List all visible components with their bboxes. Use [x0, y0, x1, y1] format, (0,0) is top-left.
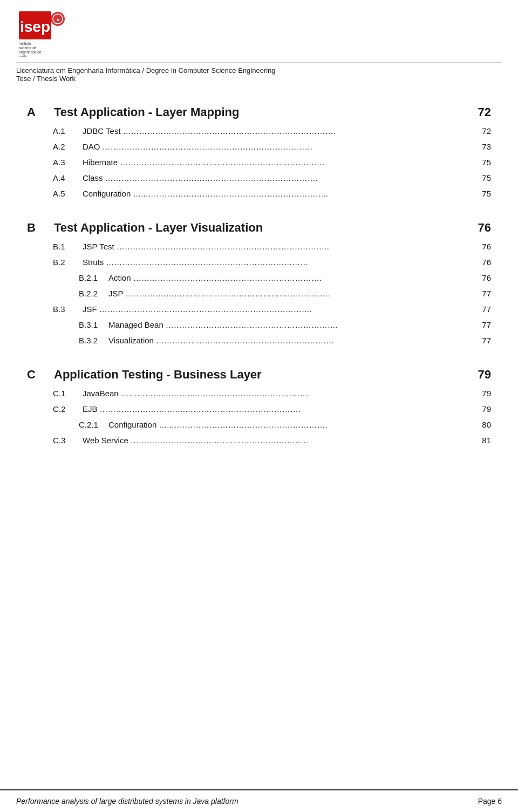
- entry-a1-dots: …………………………………………………………………….: [121, 125, 475, 138]
- entry-b3-num: B.3: [53, 303, 83, 316]
- toc-entry-b31: B.3.1 Managed Bean …………………………………………………………: [27, 319, 491, 331]
- entry-b21-num: B.2.1: [79, 272, 108, 285]
- entry-b32-title: Visualization: [108, 334, 154, 347]
- entry-b21-page: 76: [475, 272, 491, 285]
- toc-entry-a3: A.3 Hibernate ………………………………………………………………….…: [27, 156, 491, 169]
- entry-a5-num: A.5: [53, 187, 83, 200]
- header: isep ★ instituto superior de engenharia …: [0, 0, 518, 58]
- entry-a4-page: 75: [475, 172, 491, 185]
- section-b-page: 76: [464, 221, 491, 235]
- svg-text:superior de: superior de: [19, 46, 37, 50]
- entry-b32-dots: …………………………………………………………: [154, 334, 475, 347]
- entry-c21-title: Configuration: [108, 418, 156, 431]
- svg-text:instituto: instituto: [19, 42, 31, 45]
- entry-b31-dots: ……………………………………………………….: [163, 319, 475, 331]
- entry-c3-title: Web Service: [83, 434, 128, 447]
- section-a-title: Test Application - Layer Mapping: [54, 105, 464, 119]
- entry-c2-title: EJB: [83, 403, 98, 416]
- entry-b1-page: 76: [475, 240, 491, 253]
- section-c-letter: C: [27, 368, 54, 382]
- footer-page: Page 6: [478, 797, 502, 806]
- entry-c3-dots: …………………………………………………………: [128, 434, 475, 447]
- entry-b1-title: JSP Test: [83, 240, 114, 253]
- section-a-page: 72: [464, 105, 491, 119]
- entry-b21-dots: …………………………………………………………….: [131, 272, 475, 285]
- section-b-header: B Test Application - Layer Visualization…: [27, 221, 491, 235]
- institution-text: Licenciatura em Engenharia Informática /…: [0, 63, 518, 84]
- entry-b32-num: B.3.2: [79, 334, 108, 347]
- entry-a5-dots: …..…………………………………………………………..: [131, 187, 475, 200]
- toc-section-b: B Test Application - Layer Visualization…: [27, 221, 491, 347]
- section-c-title: Application Testing - Business Layer: [54, 368, 464, 382]
- entry-a1-title: JDBC Test: [83, 125, 121, 138]
- entry-b2-num: B.2: [53, 256, 83, 269]
- entry-c21-dots: …..………………………………………………….: [156, 418, 475, 431]
- entry-a1-page: 72: [475, 125, 491, 138]
- entry-a4-dots: …………………………………………………………………….: [103, 172, 475, 185]
- svg-text:engenharia do: engenharia do: [19, 50, 42, 55]
- toc-entry-c21: C.2.1 Configuration …..………………………………………………: [27, 418, 491, 431]
- entry-b21-title: Action: [108, 272, 131, 285]
- toc-entry-b32: B.3.2 Visualization ………………………………………………………: [27, 334, 491, 347]
- entry-a3-num: A.3: [53, 156, 83, 169]
- section-c-page: 79: [464, 368, 491, 382]
- entry-b31-num: B.3.1: [79, 319, 108, 331]
- entry-b22-title: JSP: [108, 287, 124, 300]
- entry-b22-page: 77: [475, 287, 491, 300]
- entry-b1-num: B.1: [53, 240, 83, 253]
- section-b-letter: B: [27, 221, 54, 235]
- toc-entry-b3: B.3 JSF ……………………………………………………………………. 77: [27, 303, 491, 316]
- entry-a4-title: Class: [83, 172, 103, 185]
- entry-c1-num: C.1: [53, 387, 83, 400]
- entry-c1-title: JavaBean: [83, 387, 119, 400]
- entry-a3-title: Hibernate: [83, 156, 118, 169]
- footer-text: Performance analysis of large distribute…: [16, 797, 238, 806]
- entry-b31-page: 77: [475, 319, 491, 331]
- entry-b32-page: 77: [475, 334, 491, 347]
- entry-a2-num: A.2: [53, 140, 83, 153]
- toc-entry-c1: C.1 JavaBean ……………..………..…………………………………….…: [27, 387, 491, 400]
- entry-c21-page: 80: [475, 418, 491, 431]
- entry-a2-dots: ……………………………………………………………………: [100, 140, 475, 153]
- entry-b22-dots: ………………………………………………………………….: [124, 287, 475, 300]
- logo: isep ★ instituto superior de engenharia …: [16, 10, 76, 58]
- toc-entry-c2: C.2 EJB …………………………..……………………………………. 79: [27, 403, 491, 416]
- section-b-title: Test Application - Layer Visualization: [54, 221, 464, 235]
- svg-text:★: ★: [56, 17, 60, 22]
- toc-entry-a1: A.1 JDBC Test ………………………………………………………………………: [27, 125, 491, 138]
- entry-c21-num: C.2.1: [79, 418, 108, 431]
- institution-line2: Tese / Thesis Work: [16, 75, 502, 83]
- entry-c2-dots: …………………………..…………………………………….: [98, 403, 475, 416]
- entry-a5-page: 75: [475, 187, 491, 200]
- footer: Performance analysis of large distribute…: [0, 789, 518, 812]
- toc-section-c: C Application Testing - Business Layer 7…: [27, 368, 491, 447]
- entry-b22-num: B.2.2: [79, 287, 108, 300]
- toc-entry-b21: B.2.1 Action ……………………………………………………………. 76: [27, 272, 491, 285]
- main-content: A Test Application - Layer Mapping 72 A.…: [0, 84, 518, 812]
- entry-b3-page: 77: [475, 303, 491, 316]
- toc-entry-a2: A.2 DAO …………………………………………………………………… 73: [27, 140, 491, 153]
- toc-entry-a4: A.4 Class ……………………………………………………………………. 75: [27, 172, 491, 185]
- page: isep ★ instituto superior de engenharia …: [0, 0, 518, 812]
- entry-b1-dots: …………………………………………………………………….: [114, 240, 475, 253]
- toc-section-a: A Test Application - Layer Mapping 72 A.…: [27, 105, 491, 200]
- svg-text:porto: porto: [19, 55, 27, 57]
- toc-entry-b22: B.2.2 JSP …………………………………………………………………. 77: [27, 287, 491, 300]
- entry-a2-page: 73: [475, 140, 491, 153]
- section-a-header: A Test Application - Layer Mapping 72: [27, 105, 491, 119]
- entry-c2-num: C.2: [53, 403, 83, 416]
- entry-a4-num: A.4: [53, 172, 83, 185]
- entry-b3-dots: …………………………………………………………………….: [97, 303, 475, 316]
- institution-line1: Licenciatura em Engenharia Informática /…: [16, 66, 502, 75]
- toc-entry-b2: B.2 Struts ………………………………………………………………… 76: [27, 256, 491, 269]
- entry-c3-page: 81: [475, 434, 491, 447]
- entry-b2-dots: …………………………………………………………………: [104, 256, 475, 269]
- section-a-letter: A: [27, 105, 54, 119]
- entry-b3-title: JSF: [83, 303, 97, 316]
- entry-a1-num: A.1: [53, 125, 83, 138]
- entry-a5-title: Configuration: [83, 187, 131, 200]
- entry-b2-page: 76: [475, 256, 491, 269]
- entry-c1-page: 79: [475, 387, 491, 400]
- svg-text:isep: isep: [20, 18, 50, 35]
- entry-b2-title: Struts: [83, 256, 104, 269]
